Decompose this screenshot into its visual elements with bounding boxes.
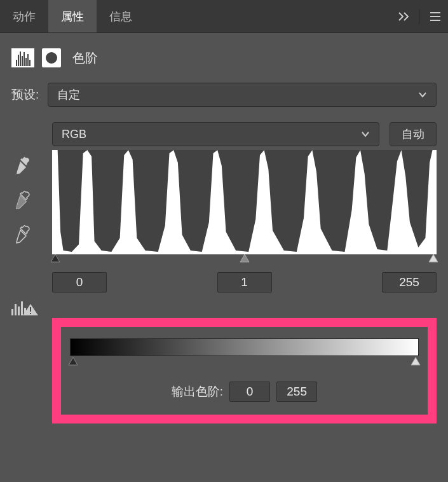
output-slider-track [70, 356, 419, 369]
white-point-slider[interactable] [428, 253, 439, 263]
output-black-input[interactable]: 0 [229, 382, 270, 402]
channel-row: RGB 自动 [0, 111, 448, 150]
mid-point-slider[interactable] [239, 253, 250, 263]
tab-properties[interactable]: 属性 [48, 0, 97, 32]
svg-marker-1 [240, 254, 249, 262]
svg-marker-0 [51, 254, 60, 262]
black-point-eyedropper[interactable] [11, 154, 34, 177]
levels-icon [11, 48, 34, 67]
eyedropper-tools [11, 150, 44, 293]
output-black-slider[interactable] [67, 356, 79, 366]
white-point-input[interactable]: 255 [382, 272, 437, 293]
white-point-eyedropper[interactable] [11, 223, 34, 245]
preset-select[interactable]: 自定 [48, 83, 437, 107]
tab-info[interactable]: 信息 [97, 0, 145, 32]
panel-title: 色阶 [72, 50, 98, 67]
input-values-row: 0 1 255 [52, 266, 437, 293]
chevron-down-icon [361, 130, 370, 139]
tab-actions[interactable]: 动作 [0, 0, 48, 32]
svg-rect-3 [11, 309, 13, 315]
preset-label: 预设: [11, 86, 39, 103]
output-white-input[interactable]: 255 [276, 382, 317, 402]
histogram[interactable] [52, 150, 437, 254]
chevron-down-icon [418, 90, 427, 99]
svg-marker-11 [411, 357, 420, 365]
input-slider-track [52, 253, 437, 266]
tab-bar: 动作 属性 信息 [0, 0, 448, 33]
svg-marker-2 [429, 254, 438, 262]
panel-menu-icon[interactable] [423, 0, 448, 32]
output-levels-section: 输出色阶: 0 255 [52, 318, 437, 423]
expand-button[interactable] [390, 0, 417, 32]
black-point-slider[interactable] [50, 253, 61, 263]
preset-row: 预设: 自定 [0, 79, 448, 111]
panel-title-row: 色阶 [0, 33, 448, 79]
mask-icon [42, 48, 61, 67]
svg-rect-9 [30, 313, 31, 314]
black-point-input[interactable]: 0 [52, 272, 107, 293]
output-gradient[interactable] [70, 338, 419, 356]
svg-rect-4 [15, 304, 17, 315]
svg-marker-10 [69, 357, 78, 365]
gray-point-eyedropper[interactable] [11, 188, 34, 211]
output-white-slider[interactable] [410, 356, 421, 366]
auto-button[interactable]: 自动 [390, 122, 437, 146]
svg-rect-6 [21, 301, 23, 315]
output-label: 输出色阶: [172, 383, 223, 400]
svg-rect-8 [30, 307, 31, 312]
channel-select[interactable]: RGB [52, 122, 379, 146]
histogram-warning-icon[interactable] [11, 298, 38, 315]
mid-point-input[interactable]: 1 [217, 272, 272, 293]
svg-rect-5 [18, 306, 20, 315]
